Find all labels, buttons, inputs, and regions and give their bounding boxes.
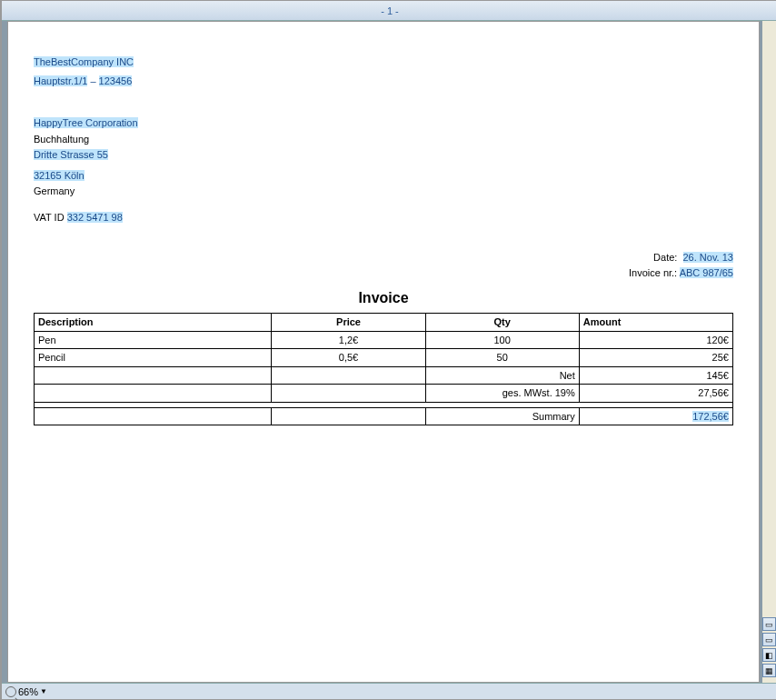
foot-bank-label: Bank Code <box>529 682 578 683</box>
doc-company: TheBestCompany INC <box>34 56 134 67</box>
tax-label: ges. MWst. 19% <box>425 385 579 403</box>
doc-city: 32165 Köln <box>34 170 85 181</box>
doc-invnr-value: ABC 987/65 <box>680 267 733 278</box>
tool-button-4[interactable]: ▦ <box>762 664 776 677</box>
sum-value: 172,56€ <box>692 411 729 422</box>
doc-country: Germany <box>34 184 733 199</box>
doc-addr-sep: – <box>90 75 98 86</box>
doc-vat-label: VAT ID <box>34 212 65 223</box>
doc-recipient: HappyTree Corporation <box>34 117 138 128</box>
doc-vertical-scrollbar[interactable] <box>762 21 776 683</box>
th-amount: Amount <box>579 314 732 332</box>
net-value: 145€ <box>579 366 732 385</box>
tool-button-2[interactable]: ▭ <box>762 633 776 646</box>
doc-invoice-title: Invoice <box>34 287 733 309</box>
th-qty: Qty <box>425 314 579 332</box>
foot-acc-label: Account No <box>629 682 681 683</box>
tax-value: 27,56€ <box>579 385 732 403</box>
sum-label: Summary <box>425 407 579 425</box>
th-price: Price <box>272 314 425 332</box>
viewer-tools: ▭ ▭ ◧ ▦ <box>762 617 776 677</box>
doc-date-label: Date: <box>653 252 677 263</box>
document-page: TheBestCompany INC Hauptstr.1/1 – 123456… <box>7 21 760 683</box>
doc-invnr-label: Invoice nr.: <box>629 267 677 278</box>
tool-button-1[interactable]: ▭ <box>762 617 776 631</box>
foot-acc-value: 987654320 <box>683 682 733 683</box>
doc-dept: Buchhaltung <box>34 132 733 147</box>
foot-bank-value: 12-45-78 <box>581 682 621 683</box>
table-row: Pen1,2€100120€ <box>35 331 733 349</box>
zoom-value: 66% <box>18 686 38 697</box>
th-desc: Description <box>35 314 272 332</box>
doc-street: Dritte Strasse 55 <box>34 149 108 160</box>
doc-vat-value: 332 5471 98 <box>67 212 123 223</box>
document-viewer: - 1 - TheBestCompany INC Hauptstr.1/1 – … <box>2 1 776 699</box>
page-indicator: - 1 - <box>2 1 776 21</box>
tool-button-3[interactable]: ◧ <box>762 648 776 662</box>
invoice-table: Description Price Qty Amount Pen1,2€1001… <box>34 313 733 425</box>
zoom-dropdown-icon[interactable]: ▼ <box>40 687 47 695</box>
table-row: Pencil0,5€5025€ <box>35 349 733 367</box>
doc-addr-line: Hauptstr.1/1 <box>34 75 87 86</box>
doc-addr-zip: 123456 <box>99 75 133 86</box>
doc-date-value: 26. Nov. 13 <box>683 252 733 263</box>
zoom-icon <box>5 686 16 697</box>
doc-horizontal-scrollbar[interactable] <box>51 684 776 699</box>
net-label: Net <box>425 366 579 385</box>
